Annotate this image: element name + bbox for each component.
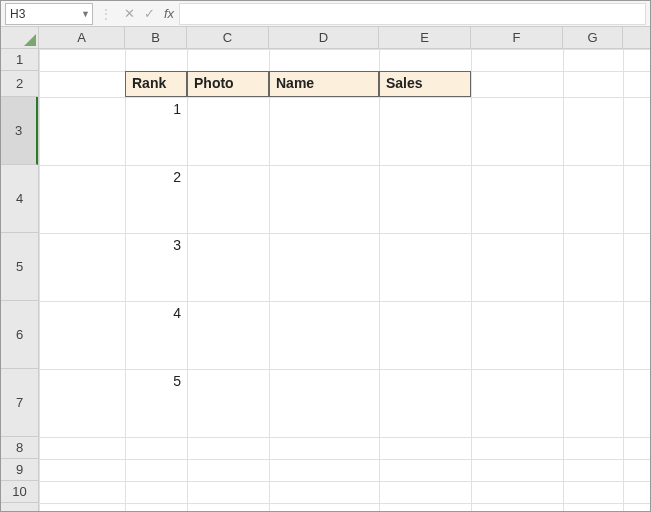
spreadsheet-area: ABCDEFG 12345678910 RankPhotoNameSales12… xyxy=(1,27,650,511)
row-header-2[interactable]: 2 xyxy=(1,71,38,97)
formula-bar: H3 ▼ ⋮ ✕ ✓ fx xyxy=(1,1,650,27)
column-header-D[interactable]: D xyxy=(269,27,379,48)
row-header-4[interactable]: 4 xyxy=(1,165,38,233)
rank-cell-2[interactable]: 2 xyxy=(125,165,187,233)
row-header-9[interactable]: 9 xyxy=(1,459,38,481)
row-header-10[interactable]: 10 xyxy=(1,481,38,503)
row-header-1[interactable]: 1 xyxy=(1,49,38,71)
header-rank[interactable]: Rank xyxy=(125,71,187,97)
row-header-5[interactable]: 5 xyxy=(1,233,38,301)
column-header-C[interactable]: C xyxy=(187,27,269,48)
row-header-7[interactable]: 7 xyxy=(1,369,38,437)
row-headers: 12345678910 xyxy=(1,49,39,511)
cancel-icon: ✕ xyxy=(119,6,139,21)
enter-icon: ✓ xyxy=(139,6,159,21)
column-header-F[interactable]: F xyxy=(471,27,563,48)
cells-area[interactable]: RankPhotoNameSales12345 xyxy=(39,49,650,511)
column-headers: ABCDEFG xyxy=(39,27,650,49)
rank-cell-3[interactable]: 3 xyxy=(125,233,187,301)
name-box[interactable]: H3 ▼ xyxy=(5,3,93,25)
column-header-E[interactable]: E xyxy=(379,27,471,48)
rank-cell-5[interactable]: 5 xyxy=(125,369,187,437)
header-photo[interactable]: Photo xyxy=(187,71,269,97)
separator: ⋮ xyxy=(99,6,113,22)
select-all-corner[interactable] xyxy=(1,27,39,49)
dropdown-icon[interactable]: ▼ xyxy=(81,9,90,19)
row-header-8[interactable]: 8 xyxy=(1,437,38,459)
rank-cell-4[interactable]: 4 xyxy=(125,301,187,369)
rank-cell-1[interactable]: 1 xyxy=(125,97,187,165)
column-header-A[interactable]: A xyxy=(39,27,125,48)
header-name[interactable]: Name xyxy=(269,71,379,97)
header-sales[interactable]: Sales xyxy=(379,71,471,97)
formula-input[interactable] xyxy=(179,3,646,25)
fx-icon[interactable]: fx xyxy=(159,6,179,21)
column-header-B[interactable]: B xyxy=(125,27,187,48)
row-header-3[interactable]: 3 xyxy=(1,97,38,165)
column-header-G[interactable]: G xyxy=(563,27,623,48)
row-header-6[interactable]: 6 xyxy=(1,301,38,369)
name-box-value: H3 xyxy=(10,7,25,21)
